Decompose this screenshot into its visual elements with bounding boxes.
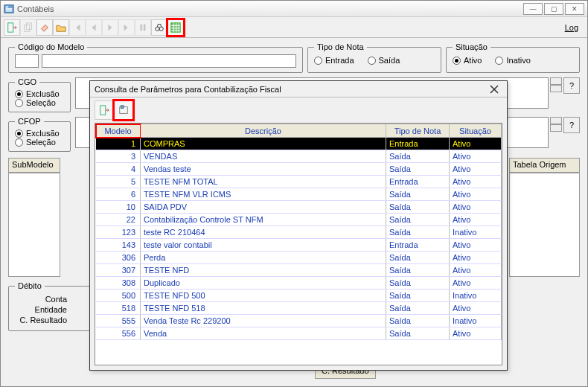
table-row[interactable]: 518TESTE NFD 518SaídaAtivo bbox=[96, 302, 502, 315]
cell-modelo: 5 bbox=[96, 176, 141, 188]
submodelo-list[interactable] bbox=[8, 173, 60, 277]
cell-tipo: Saída bbox=[386, 290, 450, 302]
results-table: Modelo Descrição Tipo de Nota Situação 1… bbox=[95, 124, 502, 340]
cfop-group: CFOP Exclusão Seleção bbox=[8, 117, 71, 152]
cresultado-label: C. Resultado bbox=[15, 316, 67, 324]
cgo-help-button[interactable]: ? bbox=[563, 77, 580, 94]
cell-tipo: Entrada bbox=[386, 138, 450, 150]
svg-rect-1 bbox=[6, 6, 9, 7]
cell-situacao: Ativo bbox=[450, 163, 502, 176]
submodelo-header[interactable]: SubModelo bbox=[8, 158, 60, 173]
modal-toolbar bbox=[90, 97, 507, 123]
log-link[interactable]: Log bbox=[565, 23, 584, 32]
cell-descricao: COMPRAS bbox=[141, 138, 386, 150]
table-row[interactable]: 3VENDASSaídaAtivo bbox=[96, 150, 502, 163]
cfop-help-button[interactable]: ? bbox=[563, 117, 580, 133]
col-tipo[interactable]: Tipo de Nota bbox=[386, 124, 450, 138]
table-row[interactable]: 22Contabilização Controle ST NFMSaídaAti… bbox=[96, 214, 502, 226]
binoculars-icon bbox=[154, 22, 164, 33]
cgo-spinner[interactable] bbox=[550, 77, 562, 92]
radio-cfop-selecao[interactable]: Seleção bbox=[15, 138, 64, 147]
table-row[interactable]: 556VendaSaídaAtivo bbox=[96, 327, 502, 340]
modal-select-button[interactable] bbox=[114, 100, 133, 120]
table-row[interactable]: 308DuplicadoSaídaAtivo bbox=[96, 277, 502, 290]
nav-next-button bbox=[102, 19, 118, 36]
cell-modelo: 308 bbox=[96, 277, 141, 290]
svg-rect-3 bbox=[6, 10, 13, 11]
cell-descricao: teste valor contabil bbox=[141, 239, 386, 252]
table-row[interactable]: 6TESTE NFM VLR ICMSSaídaAtivo bbox=[96, 188, 502, 201]
cell-descricao: Venda bbox=[141, 327, 386, 340]
cell-modelo: 123 bbox=[96, 226, 141, 239]
cell-situacao: Ativo bbox=[450, 176, 502, 188]
table-row[interactable]: 500TESTE NFD 500SaídaInativo bbox=[96, 290, 502, 302]
close-button[interactable]: ✕ bbox=[565, 3, 584, 15]
minimize-button[interactable]: — bbox=[523, 3, 543, 15]
cell-descricao: teste RC 210464 bbox=[141, 226, 386, 239]
cell-situacao: Ativo bbox=[450, 302, 502, 315]
cell-tipo: Saída bbox=[386, 252, 450, 264]
col-descricao[interactable]: Descrição bbox=[141, 124, 386, 138]
table-row[interactable]: 10SAIDA PDVSaídaAtivo bbox=[96, 201, 502, 214]
cell-situacao: Ativo bbox=[450, 277, 502, 290]
modal-exit-button[interactable] bbox=[95, 100, 114, 120]
codigo-modelo-group: Código do Modelo bbox=[8, 42, 303, 73]
cell-tipo: Saída bbox=[386, 302, 450, 315]
tabela-origem-list[interactable] bbox=[509, 173, 580, 277]
cell-descricao: Perda bbox=[141, 252, 386, 264]
table-row[interactable]: 307TESTE NFDSaídaAtivo bbox=[96, 264, 502, 277]
nav-last-button bbox=[118, 19, 135, 36]
table-row[interactable]: 5TESTE NFM TOTALEntradaAtivo bbox=[96, 176, 502, 188]
main-toolbar: Log bbox=[1, 17, 587, 38]
cell-modelo: 500 bbox=[96, 290, 141, 302]
modal-close-button[interactable] bbox=[486, 83, 502, 96]
radio-cfop-sel-label: Seleção bbox=[26, 138, 56, 147]
codigo-id-input[interactable] bbox=[15, 54, 39, 68]
cell-descricao: TESTE NFM TOTAL bbox=[141, 176, 386, 188]
radio-cfop-exclusao[interactable]: Exclusão bbox=[15, 129, 64, 138]
radio-cgo-selecao[interactable]: Seleção bbox=[15, 98, 64, 107]
radio-entrada[interactable]: Entrada bbox=[314, 56, 354, 65]
cell-descricao: Contabilização Controle ST NFM bbox=[141, 214, 386, 226]
cell-situacao: Ativo bbox=[450, 188, 502, 201]
clone-button bbox=[20, 19, 36, 36]
cell-tipo: Entrada bbox=[386, 239, 450, 252]
eraser-button[interactable] bbox=[36, 19, 53, 36]
conta-label: Conta bbox=[15, 295, 67, 304]
svg-rect-14 bbox=[121, 106, 124, 109]
radio-ativo[interactable]: Ativo bbox=[453, 56, 482, 65]
table-row[interactable]: 1COMPRASEntradaAtivo bbox=[96, 138, 502, 150]
col-situacao[interactable]: Situação bbox=[450, 124, 502, 138]
grid-button[interactable] bbox=[167, 19, 184, 36]
modal-grid[interactable]: Modelo Descrição Tipo de Nota Situação 1… bbox=[95, 123, 502, 365]
radio-cgo-exclusao[interactable]: Exclusão bbox=[15, 89, 64, 98]
maximize-button[interactable]: ▢ bbox=[544, 3, 563, 15]
cell-situacao: Inativo bbox=[450, 226, 502, 239]
cell-tipo: Saída bbox=[386, 327, 450, 340]
cell-modelo: 22 bbox=[96, 214, 141, 226]
table-row[interactable]: 123teste RC 210464SaídaInativo bbox=[96, 226, 502, 239]
radio-saida[interactable]: Saída bbox=[368, 56, 400, 65]
exit-button[interactable] bbox=[4, 19, 20, 36]
radio-inativo[interactable]: Inativo bbox=[495, 56, 530, 65]
cell-tipo: Saída bbox=[386, 315, 450, 327]
table-row[interactable]: 555Venda Teste Rc 229200SaídaInativo bbox=[96, 315, 502, 327]
svg-rect-4 bbox=[8, 22, 13, 31]
table-row[interactable]: 306PerdaSaídaAtivo bbox=[96, 252, 502, 264]
cfop-spinner[interactable] bbox=[550, 117, 562, 132]
codigo-desc-input[interactable] bbox=[42, 54, 296, 68]
table-row[interactable]: 143teste valor contabilEntradaAtivo bbox=[96, 239, 502, 252]
col-modelo[interactable]: Modelo bbox=[96, 124, 141, 138]
table-row[interactable]: 4Vendas testeSaídaAtivo bbox=[96, 163, 502, 176]
nav-prev-button bbox=[86, 19, 102, 36]
cell-tipo: Saída bbox=[386, 188, 450, 201]
svg-rect-7 bbox=[141, 24, 143, 31]
find-button[interactable] bbox=[151, 19, 167, 36]
cell-modelo: 307 bbox=[96, 264, 141, 277]
open-button[interactable] bbox=[53, 19, 69, 36]
nav-first-button bbox=[69, 19, 86, 36]
cell-modelo: 4 bbox=[96, 163, 141, 176]
cell-tipo: Saída bbox=[386, 264, 450, 277]
tabela-origem-header[interactable]: Tabela Origem bbox=[509, 158, 580, 173]
cell-situacao: Ativo bbox=[450, 327, 502, 340]
